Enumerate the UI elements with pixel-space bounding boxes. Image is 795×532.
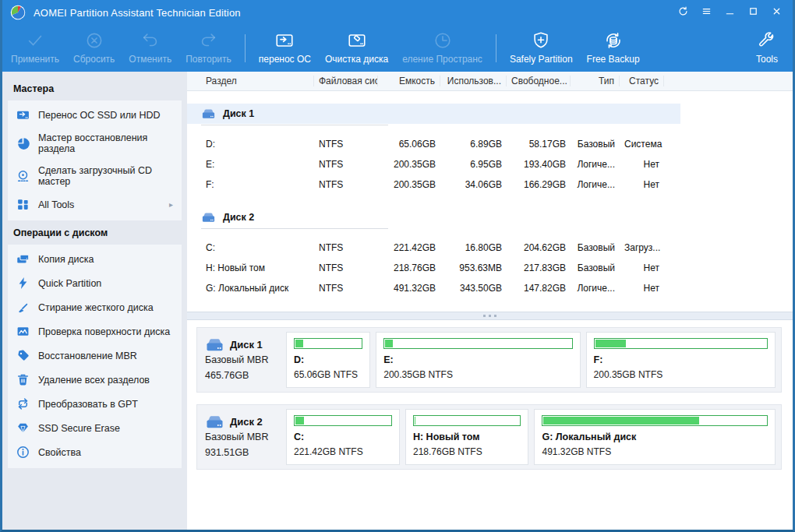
sidebar-section: Копия дискаQuick PartitionСтирание жестк… (8, 245, 182, 468)
disk-group-underline (201, 125, 388, 125)
menu-icon (701, 5, 712, 19)
disk-group-name: Диск 1 (223, 108, 254, 119)
sb-alltools-icon (16, 198, 30, 211)
column-header-2[interactable]: Файловая сист... (314, 76, 378, 86)
toolbar: ПрименитьСброситьОтменитьПовторитьперено… (2, 25, 793, 72)
partition-block-f[interactable]: F:200.35GB NTFS (586, 332, 776, 388)
usage-bar-fill (385, 340, 393, 347)
cell-capacity: 200.35GB (378, 159, 440, 170)
column-header-3[interactable]: Емкость (378, 76, 440, 86)
sidebar-item-migrate-os-wizard[interactable]: Перенос ОС SSD или HDD (8, 103, 182, 127)
partition-row-e[interactable]: E:NTFS200.35GB6.95GB193.40GBЛогиче...Нет (187, 154, 793, 174)
column-header-5[interactable]: Свободное... (507, 76, 571, 86)
migrate-os-icon (274, 30, 295, 51)
partition-info: 218.76GB NTFS (413, 446, 521, 457)
column-header-4[interactable]: Использов... (440, 76, 507, 86)
sidebar-item-quick-partition[interactable]: Quick Partition (8, 271, 182, 295)
sb-tag-icon (16, 349, 30, 362)
sidebar-item-properties[interactable]: Свойства (8, 440, 182, 464)
toolbar-button-migrate-os[interactable]: перенос ОС (252, 25, 318, 70)
disk-style: Базовый MBR (205, 353, 286, 368)
maximize-icon (748, 5, 758, 19)
partition-block-d[interactable]: D:65.06GB NTFS (286, 332, 370, 388)
column-header-7[interactable]: Статус (620, 76, 664, 86)
partition-info: 200.35GB NTFS (594, 369, 768, 380)
cell-capacity: 65.06GB (378, 139, 440, 150)
partition-label: F: (594, 354, 768, 365)
cell-used: 953.63MB (440, 262, 507, 273)
partition-label: H: Новый том (413, 432, 521, 442)
cell-fs: NTFS (314, 139, 378, 150)
aomei-logo-icon (10, 5, 26, 20)
window-minimize-button[interactable] (718, 2, 741, 23)
cell-free: 147.82GB (507, 283, 571, 294)
disk-panel: Диск 2Базовый MBR931.51GBC:221.42GB NTFS… (196, 404, 782, 470)
partition-block-g[interactable]: G: Локальный диск491.32GB NTFS (534, 409, 776, 465)
toolbar-button-tools[interactable]: Tools (749, 25, 785, 70)
sidebar-item-rebuild-mbr[interactable]: Восстановление MBR (8, 344, 182, 368)
disk-group-row[interactable]: Диск 1 (187, 104, 680, 124)
partition-row-d[interactable]: D:NTFS65.06GB6.89GB58.17GBБазовыйСистема (187, 134, 793, 154)
toolbar-button-safely-partition[interactable]: Safely Partition (503, 25, 580, 70)
toolbar-button-undo[interactable]: Отменить (122, 25, 178, 70)
partition-row-g[interactable]: G: Локальный дискNTFS491.32GB343.50GB147… (187, 278, 793, 298)
sidebar-item-all-tools[interactable]: All Tools▸ (8, 192, 182, 217)
disk-info[interactable]: Диск 2Базовый MBR931.51GB (197, 414, 286, 460)
disk-info[interactable]: Диск 1Базовый MBR465.76GB (197, 336, 286, 383)
drive-icon (201, 107, 216, 120)
cell-status: Нет (620, 159, 664, 170)
sidebar-item-label: Преобразовать в GPT (38, 399, 138, 410)
partition-block-e[interactable]: E:200.35GB NTFS (376, 332, 580, 388)
splitter-handle[interactable] (187, 312, 793, 320)
cell-status: Нет (620, 179, 664, 190)
cell-capacity: 218.76GB (378, 262, 440, 273)
toolbar-button-label: Очистка диска (325, 54, 388, 65)
partition-info: 200.35GB NTFS (383, 369, 572, 380)
sidebar-section: Перенос ОС SSD или HDDМастер восстановле… (8, 100, 182, 220)
sidebar-item-bootable-cd[interactable]: Сделать загрузочный CD мастер (8, 160, 182, 192)
toolbar-button-apply[interactable]: Применить (4, 25, 66, 70)
sidebar-item-delete-all-partitions[interactable]: Удаление всех разделов (8, 368, 182, 392)
toolbar-button-free-backup[interactable]: Free Backup (580, 25, 647, 70)
window-close-button[interactable] (765, 2, 788, 23)
usage-bar-fill (415, 417, 415, 425)
sidebar-item-label: Стирание жесткого диска (38, 302, 154, 313)
partition-row-h[interactable]: H: Новый томNTFS218.76GB953.63MB217.83GB… (187, 258, 793, 278)
cell-free: 217.83GB (507, 262, 571, 273)
toolbar-button-discard[interactable]: Сбросить (66, 25, 122, 70)
sidebar-item-label: All Tools (38, 199, 74, 210)
window-menu-button[interactable] (694, 2, 718, 23)
usage-bar-fill (595, 340, 627, 347)
window-refresh-button[interactable] (671, 2, 694, 23)
sidebar-item-partition-recovery[interactable]: Мастер восстановления раздела (8, 127, 182, 160)
sb-migrate-icon (16, 108, 30, 122)
sidebar-section-title: Мастера (2, 76, 187, 100)
cell-partition: E: (201, 159, 314, 170)
cell-partition: G: Локальный диск (201, 283, 314, 294)
partition-block-h[interactable]: H: Новый том218.76GB NTFS (405, 409, 529, 465)
usage-bar-fill (543, 417, 699, 425)
partition-row-c[interactable]: C:NTFS221.42GB16.80GB204.62GBБазовыйЗагр… (187, 238, 793, 258)
window-maximize-button[interactable] (741, 2, 765, 23)
close-icon (772, 5, 782, 19)
toolbar-button-label: перенос ОС (259, 54, 311, 65)
partition-block-c[interactable]: C:221.42GB NTFS (286, 409, 400, 465)
disk-group-row[interactable]: Диск 2 (187, 207, 680, 227)
sidebar-item-surface-test[interactable]: Проверка поверхности диска (8, 319, 182, 344)
column-header-1[interactable]: Раздел (201, 76, 314, 86)
partition-row-f[interactable]: F:NTFS200.35GB34.06GB166.29GBЛогиче...Не… (187, 174, 793, 195)
sb-recovery-icon (16, 137, 30, 150)
clock-icon (433, 30, 453, 51)
column-header-6[interactable]: Тип (571, 76, 620, 86)
sidebar-item-disk-copy[interactable]: Копия диска (8, 247, 182, 271)
disk-title: Диск 1 (205, 336, 286, 353)
sidebar-item-ssd-secure-erase[interactable]: SSD Secure Erase (8, 416, 182, 440)
sidebar-item-convert-to-gpt[interactable]: Преобразовать в GPT (8, 392, 182, 416)
sidebar-item-wipe-disk[interactable]: Стирание жесткого диска (8, 295, 182, 319)
toolbar-button-disk-cleanup[interactable]: Очистка диска (318, 25, 395, 70)
toolbar-button-redo[interactable]: Повторить (178, 25, 238, 70)
toolbar-button-split-space[interactable]: еление Пространс (395, 25, 489, 70)
toolbar-button-label: Сбросить (73, 54, 115, 65)
partition-table: Диск 1D:NTFS65.06GB6.89GB58.17GBБазовыйС… (187, 91, 793, 312)
partition-info: 491.32GB NTFS (542, 446, 768, 457)
